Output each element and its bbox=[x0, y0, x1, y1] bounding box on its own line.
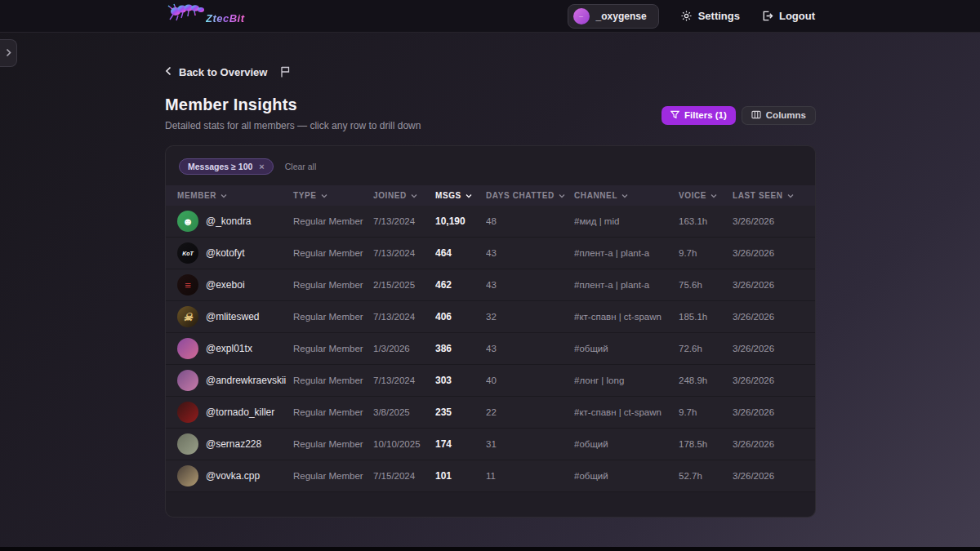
back-to-overview-link[interactable]: Back to Overview bbox=[165, 64, 267, 79]
table-row[interactable]: @sernaz228 Regular Member 10/10/2025 174… bbox=[166, 429, 815, 460]
column-header[interactable]: CHANNEL bbox=[574, 191, 679, 200]
columns-icon bbox=[751, 110, 761, 121]
table-row[interactable]: @tornado_killer Regular Member 3/8/2025 … bbox=[166, 397, 815, 429]
member-voice: 9.7h bbox=[679, 248, 733, 258]
flag-icon[interactable] bbox=[280, 66, 290, 78]
table-row[interactable]: @vovka.cpp Regular Member 7/15/2024 101 … bbox=[166, 460, 815, 492]
member-name: @vovka.cpp bbox=[206, 470, 260, 482]
logout-icon bbox=[761, 10, 773, 22]
member-type: Regular Member bbox=[293, 216, 373, 226]
table-row[interactable]: ☠ @mliteswed Regular Member 7/13/2024 40… bbox=[166, 301, 815, 333]
member-voice: 75.6h bbox=[679, 280, 733, 290]
member-avatar bbox=[177, 465, 198, 487]
column-header[interactable]: JOINED bbox=[373, 191, 435, 200]
member-name: @andrewkraevskii bbox=[206, 375, 286, 386]
member-channel: #кт-спавн | ct-spawn bbox=[574, 312, 679, 322]
member-avatar: ≡ bbox=[177, 274, 198, 295]
member-joined: 1/3/2026 bbox=[373, 344, 435, 353]
avatar-glyph: ≡ bbox=[185, 280, 191, 291]
user-chip[interactable]: – _oxygense bbox=[568, 4, 659, 29]
table-row[interactable]: @expl01tx Regular Member 1/3/2026 386 43… bbox=[166, 333, 815, 365]
member-type: Regular Member bbox=[293, 344, 373, 353]
filters-button[interactable]: Filters (1) bbox=[662, 106, 736, 125]
member-voice: 185.1h bbox=[679, 312, 733, 322]
member-days-chatted: 31 bbox=[486, 439, 574, 449]
filters-label: Filters (1) bbox=[684, 110, 727, 120]
table-body: ☻ @_kondra Regular Member 7/13/2024 10,1… bbox=[166, 206, 815, 492]
member-days-chatted: 43 bbox=[486, 280, 574, 290]
columns-button[interactable]: Columns bbox=[742, 106, 816, 125]
bottom-strip bbox=[0, 547, 980, 551]
back-label: Back to Overview bbox=[179, 66, 267, 78]
topbar: ZtecBit – _oxygense Settings Logout bbox=[0, 0, 980, 33]
member-last-seen: 3/26/2026 bbox=[733, 216, 802, 226]
member-joined: 7/15/2024 bbox=[373, 471, 435, 481]
table-row[interactable]: KoT @kotofyt Regular Member 7/13/2024 46… bbox=[166, 238, 815, 269]
column-header[interactable]: TYPE bbox=[293, 191, 373, 200]
column-header[interactable]: VOICE bbox=[679, 191, 733, 200]
sort-chevron-icon bbox=[220, 191, 227, 200]
column-header-label: CHANNEL bbox=[574, 191, 617, 200]
member-voice: 9.7h bbox=[679, 407, 733, 417]
member-voice: 52.7h bbox=[679, 471, 733, 481]
avatar-glyph: KoT bbox=[182, 251, 194, 256]
member-voice: 72.6h bbox=[679, 344, 733, 353]
member-type: Regular Member bbox=[293, 312, 373, 322]
member-msgs: 10,190 bbox=[435, 216, 486, 227]
username: _oxygense bbox=[596, 11, 647, 22]
member-avatar: KoT bbox=[177, 242, 198, 264]
member-last-seen: 3/26/2026 bbox=[733, 312, 802, 322]
avatar-glyph: ☠ bbox=[183, 312, 193, 322]
member-joined: 7/13/2024 bbox=[373, 312, 435, 322]
member-channel: #мид | mid bbox=[574, 216, 679, 226]
table-row[interactable]: ≡ @exeboi Regular Member 2/15/2025 462 4… bbox=[166, 269, 815, 301]
member-joined: 2/15/2025 bbox=[373, 280, 435, 290]
member-msgs: 464 bbox=[435, 247, 486, 259]
member-days-chatted: 40 bbox=[486, 375, 574, 385]
member-channel: #общий bbox=[574, 344, 679, 353]
logout-button[interactable]: Logout bbox=[761, 10, 815, 22]
member-avatar: ☠ bbox=[177, 306, 198, 327]
table-row[interactable]: ☻ @_kondra Regular Member 7/13/2024 10,1… bbox=[166, 206, 815, 238]
page-subtitle: Detailed stats for all members — click a… bbox=[165, 120, 421, 131]
table-row[interactable]: @andrewkraevskii Regular Member 7/13/202… bbox=[166, 365, 815, 397]
column-header-label: VOICE bbox=[679, 191, 706, 200]
member-days-chatted: 32 bbox=[486, 312, 574, 322]
member-type: Regular Member bbox=[293, 375, 373, 385]
member-type: Regular Member bbox=[293, 471, 373, 481]
chevron-right-icon bbox=[5, 46, 12, 60]
gear-icon bbox=[680, 10, 693, 22]
member-avatar bbox=[177, 370, 198, 391]
sort-chevron-icon bbox=[787, 191, 794, 200]
member-days-chatted: 43 bbox=[486, 248, 574, 258]
filter-chip[interactable]: Messages ≥ 100 × bbox=[179, 158, 274, 175]
column-header[interactable]: DAYS CHATTED bbox=[486, 191, 574, 200]
clear-all-button[interactable]: Clear all bbox=[285, 162, 317, 171]
member-channel: #общий bbox=[574, 439, 679, 449]
column-header-label: MEMBER bbox=[177, 191, 216, 200]
member-days-chatted: 48 bbox=[486, 216, 574, 226]
settings-label: Settings bbox=[698, 10, 740, 22]
member-days-chatted: 11 bbox=[486, 471, 574, 481]
member-avatar bbox=[177, 402, 198, 423]
sort-chevron-icon bbox=[559, 191, 565, 200]
column-header[interactable]: MSGS bbox=[435, 191, 486, 200]
sidebar-toggle-button[interactable] bbox=[0, 39, 17, 67]
remove-filter-icon[interactable]: × bbox=[259, 162, 264, 171]
column-header[interactable]: LAST SEEN bbox=[733, 191, 802, 200]
member-msgs: 174 bbox=[435, 438, 486, 450]
columns-label: Columns bbox=[766, 110, 806, 120]
brand-logo[interactable]: ZtecBit bbox=[165, 2, 245, 31]
member-msgs: 462 bbox=[435, 279, 486, 291]
column-header[interactable]: MEMBER bbox=[177, 191, 293, 200]
member-voice: 163.1h bbox=[679, 216, 733, 226]
sort-chevron-icon bbox=[411, 191, 417, 200]
member-name: @_kondra bbox=[206, 216, 252, 227]
member-name: @expl01tx bbox=[206, 343, 252, 354]
settings-button[interactable]: Settings bbox=[680, 10, 740, 22]
member-msgs: 235 bbox=[435, 407, 486, 418]
member-last-seen: 3/26/2026 bbox=[733, 248, 802, 258]
member-last-seen: 3/26/2026 bbox=[733, 375, 802, 385]
member-last-seen: 3/26/2026 bbox=[733, 471, 802, 481]
member-type: Regular Member bbox=[293, 407, 373, 417]
